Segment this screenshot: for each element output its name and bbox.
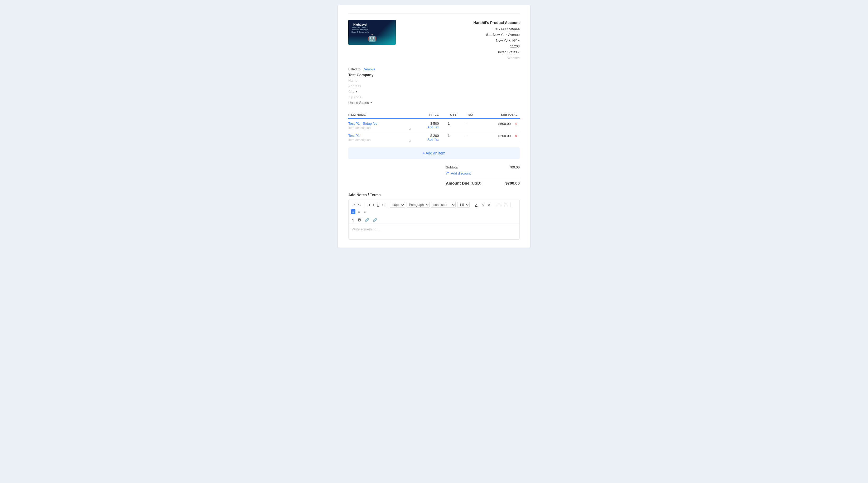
table-row: Test P1 Item description ◢ $ 200 Add Tax… [348, 131, 520, 143]
subtotal-value: 700.00 [509, 165, 520, 169]
col-qty: QTY [441, 111, 459, 119]
billed-to-header: Billed to Remove [348, 67, 520, 71]
add-tax-0[interactable]: Add Tax [413, 126, 439, 129]
editor-body[interactable]: Write something ... [348, 224, 520, 240]
subtotal-cell-0: $500.00 ✕ [475, 119, 520, 131]
font-size-select[interactable]: 16px 12px 14px 18px 24px [390, 202, 405, 208]
table-header-row: ITEM NAME PRICE QTY TAX SUBTOTAL [348, 111, 520, 119]
align-center-button[interactable]: ≡ [357, 210, 361, 214]
logo-inner-text: HighLevel HARSHIT GARGProduct ManagerDoc… [351, 23, 369, 33]
highlight-button[interactable]: ✕ [480, 202, 485, 207]
logo-waves [348, 36, 396, 45]
paragraph-select[interactable]: Paragraph Heading 1 Heading 2 [407, 202, 430, 208]
resize-handle-1: ◢ [409, 140, 411, 142]
company-country: United States [496, 49, 517, 55]
col-subtotal: SUBTOTAL [475, 111, 520, 119]
tax-cell-0: - [459, 119, 475, 131]
clear-format-button[interactable]: ✕ [487, 202, 492, 207]
price-main-1[interactable]: $ 200 [413, 134, 439, 138]
price-cell-0: $ 500 Add Tax [413, 119, 441, 131]
item-desc-1[interactable]: Item description [348, 138, 411, 142]
items-table: ITEM NAME PRICE QTY TAX SUBTOTAL Test P1… [348, 111, 520, 143]
billed-to-city-label: City [348, 90, 354, 94]
toolbar-format-group: B I U S [367, 202, 385, 207]
item-name-cell-1: Test P1 Item description ◢ [348, 131, 413, 143]
qty-cell-1[interactable]: 1 [441, 131, 459, 143]
price-cell-1: $ 200 Add Tax [413, 131, 441, 143]
delete-item-0[interactable]: ✕ [515, 122, 518, 126]
font-family-select[interactable]: sans-serif serif monospace [431, 202, 456, 208]
underline-button[interactable]: U [376, 202, 380, 207]
company-country-row[interactable]: United States ▾ [473, 49, 520, 55]
undo-button[interactable]: ↩ [351, 202, 356, 207]
billed-to-zip[interactable]: Zip code [348, 95, 520, 100]
subtotal-with-delete-1: $200.00 ✕ [475, 134, 518, 138]
toolbar-divider-5 [510, 202, 511, 207]
editor-toolbar-row2: ¶ 🖼 🔗 🔗 [348, 217, 520, 224]
company-zip: 11203 [473, 43, 520, 49]
billed-to-country-label: United States [348, 101, 369, 105]
billed-to-section: Billed to Remove Test Company Name Addre… [348, 67, 520, 105]
table-row: Test P1 - Setup fee Item description ◢ $… [348, 119, 520, 131]
editor-placeholder: Write something ... [352, 227, 516, 231]
invoice-header: HighLevel HARSHIT GARGProduct ManagerDoc… [348, 20, 520, 61]
price-main-0[interactable]: $ 500 [413, 122, 439, 126]
brand-sub: HARSHIT GARGProduct ManagerDocs & Commen… [351, 26, 369, 33]
add-discount-label: Add discount [451, 171, 471, 175]
redo-button[interactable]: ↪ [357, 202, 362, 207]
editor-toolbar: ↩ ↪ B I U S 16px 12px 14px 18px 24px [348, 200, 520, 217]
bold-button[interactable]: B [367, 202, 371, 207]
top-divider [348, 13, 520, 13]
billed-to-name[interactable]: Name [348, 78, 520, 83]
discount-icon: 🏷 [446, 171, 449, 175]
paragraph-mark-button[interactable]: ¶ [351, 218, 355, 223]
company-phone: +9174477735444 [473, 26, 520, 32]
company-city-state: New York, NY [496, 38, 517, 43]
item-name-cell-0: Test P1 - Setup fee Item description ◢ [348, 119, 413, 131]
remove-link[interactable]: Remove [363, 67, 375, 71]
company-address: 811 New York Avenue [473, 32, 520, 38]
amount-due-label: Amount Due (USD) [446, 181, 482, 185]
image-button[interactable]: 🖼 [357, 218, 362, 223]
billed-to-address[interactable]: Address [348, 84, 520, 89]
billed-to-city-dropdown[interactable]: City ▾ [348, 89, 520, 94]
delete-item-1[interactable]: ✕ [515, 134, 518, 138]
align-left-button[interactable]: ≡ [351, 210, 355, 214]
city-dropdown-chevron-icon: ▾ [356, 90, 357, 93]
link-button[interactable]: 🔗 [364, 218, 370, 223]
resize-handle-0: ◢ [409, 128, 411, 130]
ordered-list-button[interactable]: ☰ [503, 202, 508, 207]
add-discount-row[interactable]: 🏷 Add discount [446, 170, 520, 176]
strikethrough-button[interactable]: S [381, 202, 385, 207]
italic-button[interactable]: I [372, 202, 375, 207]
item-desc-0[interactable]: Item description [348, 126, 411, 130]
subtotal-value-0: $500.00 [498, 122, 511, 126]
amount-due-row: Amount Due (USD) $700.00 [446, 178, 520, 186]
logo-area: HighLevel HARSHIT GARGProduct ManagerDoc… [348, 20, 396, 45]
font-color-button[interactable]: A [474, 202, 478, 207]
billed-to-country-dropdown[interactable]: United States ▾ [348, 100, 520, 105]
country-dropdown-chevron-icon: ▾ [370, 101, 372, 104]
item-name-0[interactable]: Test P1 - Setup fee [348, 122, 411, 126]
add-item-button[interactable]: + Add an item [348, 148, 520, 159]
company-city-state-row[interactable]: New York, NY ▾ [473, 38, 520, 43]
col-price: PRICE [413, 111, 441, 119]
company-website: Website [473, 55, 520, 61]
totals-section: Subtotal 700.00 🏷 Add discount Amount Du… [348, 164, 520, 186]
item-desc-wrap-0: Item description ◢ [348, 126, 411, 130]
logo-placeholder: HighLevel HARSHIT GARGProduct ManagerDoc… [348, 20, 396, 45]
toolbar-divider-3 [472, 202, 472, 207]
qty-cell-0[interactable]: 1 [441, 119, 459, 131]
notes-label: Add Notes / Terms [348, 193, 520, 197]
add-tax-1[interactable]: Add Tax [413, 138, 439, 141]
company-name: Harshit's Product Account [473, 20, 520, 26]
align-right-button[interactable]: ≡ [363, 210, 367, 214]
col-tax: TAX [459, 111, 475, 119]
bullet-list-button[interactable]: ☰ [496, 202, 501, 207]
unlink-button[interactable]: 🔗 [372, 218, 378, 223]
line-height-select[interactable]: 1.5 1.0 2.0 [457, 202, 470, 208]
billed-to-company: Test Company [348, 73, 520, 77]
toolbar-divider-2 [388, 202, 388, 207]
company-info: Harshit's Product Account +9174477735444… [473, 20, 520, 61]
item-name-1[interactable]: Test P1 [348, 134, 411, 138]
